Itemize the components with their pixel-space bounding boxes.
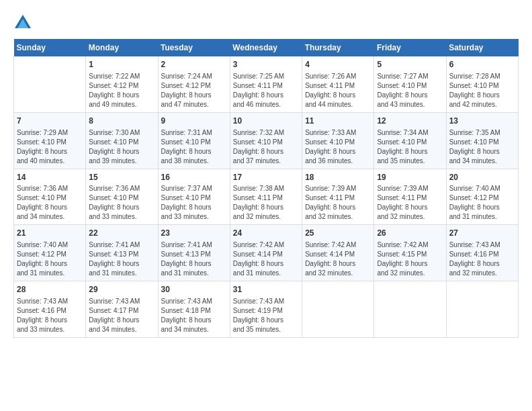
cell-content: Sunrise: 7:33 AM Sunset: 4:10 PM Dayligh… <box>305 128 371 166</box>
cell-content: Sunrise: 7:42 AM Sunset: 4:14 PM Dayligh… <box>233 240 299 278</box>
cell-content: Sunrise: 7:28 AM Sunset: 4:10 PM Dayligh… <box>449 72 515 109</box>
calendar-cell: 27Sunrise: 7:43 AM Sunset: 4:16 PM Dayli… <box>446 225 518 281</box>
calendar-cell <box>446 281 518 338</box>
calendar-cell: 30Sunrise: 7:43 AM Sunset: 4:18 PM Dayli… <box>158 281 230 338</box>
calendar-cell: 13Sunrise: 7:35 AM Sunset: 4:10 PM Dayli… <box>446 112 518 169</box>
calendar-cell: 29Sunrise: 7:43 AM Sunset: 4:17 PM Dayli… <box>86 281 158 338</box>
column-header-thursday: Thursday <box>302 39 374 56</box>
day-number: 30 <box>161 284 227 295</box>
day-number: 17 <box>233 172 299 183</box>
cell-content: Sunrise: 7:41 AM Sunset: 4:13 PM Dayligh… <box>89 240 154 278</box>
calendar-cell: 6Sunrise: 7:28 AM Sunset: 4:10 PM Daylig… <box>446 56 518 112</box>
calendar-cell: 1Sunrise: 7:22 AM Sunset: 4:12 PM Daylig… <box>86 56 158 112</box>
cell-content: Sunrise: 7:34 AM Sunset: 4:10 PM Dayligh… <box>377 128 443 166</box>
day-number: 5 <box>377 59 443 71</box>
calendar-cell: 23Sunrise: 7:41 AM Sunset: 4:13 PM Dayli… <box>158 225 230 281</box>
cell-content: Sunrise: 7:24 AM Sunset: 4:12 PM Dayligh… <box>161 72 227 109</box>
calendar-cell: 3Sunrise: 7:25 AM Sunset: 4:11 PM Daylig… <box>230 56 302 112</box>
calendar-cell: 20Sunrise: 7:40 AM Sunset: 4:12 PM Dayli… <box>446 169 518 225</box>
calendar-table: SundayMondayTuesdayWednesdayThursdayFrid… <box>13 39 519 338</box>
day-number: 4 <box>305 59 371 71</box>
column-header-friday: Friday <box>374 39 446 56</box>
calendar-cell: 4Sunrise: 7:26 AM Sunset: 4:11 PM Daylig… <box>302 56 374 112</box>
cell-content: Sunrise: 7:35 AM Sunset: 4:10 PM Dayligh… <box>449 128 515 166</box>
calendar-cell: 7Sunrise: 7:29 AM Sunset: 4:10 PM Daylig… <box>14 112 86 169</box>
column-header-saturday: Saturday <box>446 39 518 56</box>
calendar-header-row: SundayMondayTuesdayWednesdayThursdayFrid… <box>14 39 519 56</box>
week-row-2: 7Sunrise: 7:29 AM Sunset: 4:10 PM Daylig… <box>14 112 519 169</box>
cell-content: Sunrise: 7:27 AM Sunset: 4:10 PM Dayligh… <box>377 72 443 109</box>
calendar-cell: 24Sunrise: 7:42 AM Sunset: 4:14 PM Dayli… <box>230 225 302 281</box>
calendar-cell: 28Sunrise: 7:43 AM Sunset: 4:16 PM Dayli… <box>14 281 86 338</box>
calendar-cell <box>14 56 86 112</box>
day-number: 20 <box>449 172 515 183</box>
day-number: 22 <box>89 228 154 239</box>
calendar-cell: 21Sunrise: 7:40 AM Sunset: 4:12 PM Dayli… <box>14 225 86 281</box>
calendar-cell <box>302 281 374 338</box>
cell-content: Sunrise: 7:32 AM Sunset: 4:10 PM Dayligh… <box>233 128 299 166</box>
logo <box>13 13 35 32</box>
calendar-cell: 17Sunrise: 7:38 AM Sunset: 4:11 PM Dayli… <box>230 169 302 225</box>
cell-content: Sunrise: 7:43 AM Sunset: 4:16 PM Dayligh… <box>17 297 83 334</box>
calendar-cell: 16Sunrise: 7:37 AM Sunset: 4:10 PM Dayli… <box>158 169 230 225</box>
day-number: 18 <box>305 172 371 183</box>
cell-content: Sunrise: 7:31 AM Sunset: 4:10 PM Dayligh… <box>161 128 227 166</box>
calendar-cell: 5Sunrise: 7:27 AM Sunset: 4:10 PM Daylig… <box>374 56 446 112</box>
cell-content: Sunrise: 7:36 AM Sunset: 4:10 PM Dayligh… <box>17 184 83 222</box>
cell-content: Sunrise: 7:42 AM Sunset: 4:14 PM Dayligh… <box>305 240 371 278</box>
cell-content: Sunrise: 7:40 AM Sunset: 4:12 PM Dayligh… <box>17 240 83 278</box>
column-header-sunday: Sunday <box>14 39 86 56</box>
day-number: 31 <box>233 284 299 295</box>
calendar-cell: 9Sunrise: 7:31 AM Sunset: 4:10 PM Daylig… <box>158 112 230 169</box>
calendar-cell: 25Sunrise: 7:42 AM Sunset: 4:14 PM Dayli… <box>302 225 374 281</box>
week-row-4: 21Sunrise: 7:40 AM Sunset: 4:12 PM Dayli… <box>14 225 519 281</box>
calendar-cell <box>374 281 446 338</box>
cell-content: Sunrise: 7:25 AM Sunset: 4:11 PM Dayligh… <box>233 72 299 109</box>
logo-icon <box>13 13 32 32</box>
calendar-cell: 11Sunrise: 7:33 AM Sunset: 4:10 PM Dayli… <box>302 112 374 169</box>
day-number: 24 <box>233 228 299 239</box>
cell-content: Sunrise: 7:30 AM Sunset: 4:10 PM Dayligh… <box>89 128 154 166</box>
day-number: 13 <box>449 116 515 127</box>
day-number: 11 <box>305 116 371 127</box>
cell-content: Sunrise: 7:42 AM Sunset: 4:15 PM Dayligh… <box>377 240 443 278</box>
calendar-cell: 19Sunrise: 7:39 AM Sunset: 4:11 PM Dayli… <box>374 169 446 225</box>
cell-content: Sunrise: 7:39 AM Sunset: 4:11 PM Dayligh… <box>377 184 443 222</box>
cell-content: Sunrise: 7:26 AM Sunset: 4:11 PM Dayligh… <box>305 72 371 109</box>
cell-content: Sunrise: 7:43 AM Sunset: 4:16 PM Dayligh… <box>449 240 515 278</box>
day-number: 15 <box>89 172 154 183</box>
calendar-cell: 15Sunrise: 7:36 AM Sunset: 4:10 PM Dayli… <box>86 169 158 225</box>
day-number: 12 <box>377 116 443 127</box>
cell-content: Sunrise: 7:29 AM Sunset: 4:10 PM Dayligh… <box>17 128 83 166</box>
column-header-wednesday: Wednesday <box>230 39 302 56</box>
calendar-cell: 14Sunrise: 7:36 AM Sunset: 4:10 PM Dayli… <box>14 169 86 225</box>
cell-content: Sunrise: 7:40 AM Sunset: 4:12 PM Dayligh… <box>449 184 515 222</box>
week-row-1: 1Sunrise: 7:22 AM Sunset: 4:12 PM Daylig… <box>14 56 519 112</box>
cell-content: Sunrise: 7:37 AM Sunset: 4:10 PM Dayligh… <box>161 184 227 222</box>
week-row-5: 28Sunrise: 7:43 AM Sunset: 4:16 PM Dayli… <box>14 281 519 338</box>
cell-content: Sunrise: 7:39 AM Sunset: 4:11 PM Dayligh… <box>305 184 371 222</box>
day-number: 28 <box>17 284 83 295</box>
day-number: 26 <box>377 228 443 239</box>
calendar-cell: 26Sunrise: 7:42 AM Sunset: 4:15 PM Dayli… <box>374 225 446 281</box>
week-row-3: 14Sunrise: 7:36 AM Sunset: 4:10 PM Dayli… <box>14 169 519 225</box>
calendar-cell: 31Sunrise: 7:43 AM Sunset: 4:19 PM Dayli… <box>230 281 302 338</box>
calendar-cell: 22Sunrise: 7:41 AM Sunset: 4:13 PM Dayli… <box>86 225 158 281</box>
day-number: 21 <box>17 228 83 239</box>
day-number: 3 <box>233 59 299 71</box>
cell-content: Sunrise: 7:36 AM Sunset: 4:10 PM Dayligh… <box>89 184 154 222</box>
cell-content: Sunrise: 7:22 AM Sunset: 4:12 PM Dayligh… <box>89 72 154 109</box>
cell-content: Sunrise: 7:43 AM Sunset: 4:17 PM Dayligh… <box>89 297 154 334</box>
day-number: 23 <box>161 228 227 239</box>
column-header-tuesday: Tuesday <box>158 39 230 56</box>
day-number: 16 <box>161 172 227 183</box>
day-number: 1 <box>89 59 154 71</box>
day-number: 29 <box>89 284 154 295</box>
day-number: 2 <box>161 59 227 71</box>
day-number: 9 <box>161 116 227 127</box>
cell-content: Sunrise: 7:43 AM Sunset: 4:18 PM Dayligh… <box>161 297 227 334</box>
day-number: 8 <box>89 116 154 127</box>
cell-content: Sunrise: 7:41 AM Sunset: 4:13 PM Dayligh… <box>161 240 227 278</box>
day-number: 14 <box>17 172 83 183</box>
day-number: 7 <box>17 116 83 127</box>
